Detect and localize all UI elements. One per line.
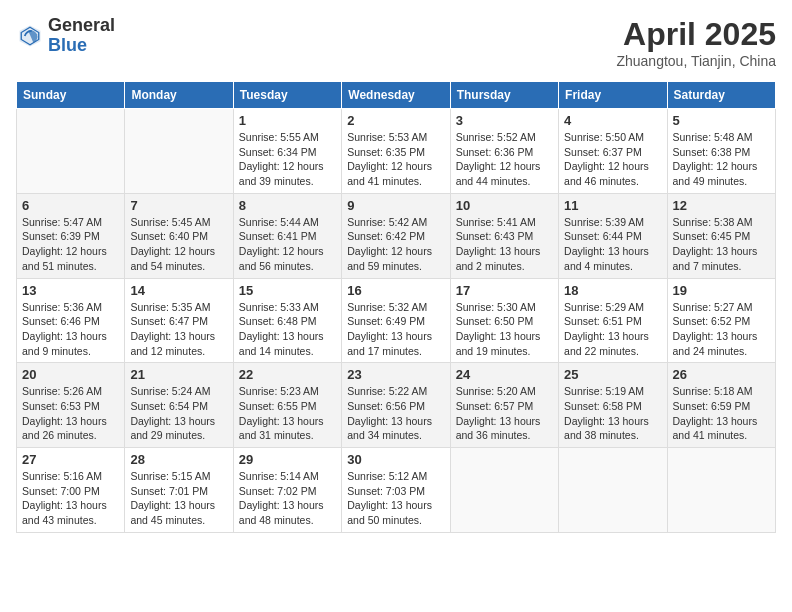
day-number: 24 — [456, 367, 553, 382]
day-info: Sunrise: 5:27 AM Sunset: 6:52 PM Dayligh… — [673, 300, 770, 359]
weekday-header-thursday: Thursday — [450, 82, 558, 109]
calendar-day-cell: 14Sunrise: 5:35 AM Sunset: 6:47 PM Dayli… — [125, 278, 233, 363]
month-title: April 2025 — [616, 16, 776, 53]
calendar-day-cell: 1Sunrise: 5:55 AM Sunset: 6:34 PM Daylig… — [233, 109, 341, 194]
day-info: Sunrise: 5:15 AM Sunset: 7:01 PM Dayligh… — [130, 469, 227, 528]
calendar-day-cell: 15Sunrise: 5:33 AM Sunset: 6:48 PM Dayli… — [233, 278, 341, 363]
day-info: Sunrise: 5:24 AM Sunset: 6:54 PM Dayligh… — [130, 384, 227, 443]
weekday-header-tuesday: Tuesday — [233, 82, 341, 109]
day-info: Sunrise: 5:18 AM Sunset: 6:59 PM Dayligh… — [673, 384, 770, 443]
day-number: 15 — [239, 283, 336, 298]
day-info: Sunrise: 5:16 AM Sunset: 7:00 PM Dayligh… — [22, 469, 119, 528]
day-number: 18 — [564, 283, 661, 298]
calendar-day-cell: 4Sunrise: 5:50 AM Sunset: 6:37 PM Daylig… — [559, 109, 667, 194]
day-number: 14 — [130, 283, 227, 298]
day-info: Sunrise: 5:52 AM Sunset: 6:36 PM Dayligh… — [456, 130, 553, 189]
calendar-week-row: 20Sunrise: 5:26 AM Sunset: 6:53 PM Dayli… — [17, 363, 776, 448]
calendar-day-cell: 16Sunrise: 5:32 AM Sunset: 6:49 PM Dayli… — [342, 278, 450, 363]
day-number: 20 — [22, 367, 119, 382]
calendar-day-cell: 18Sunrise: 5:29 AM Sunset: 6:51 PM Dayli… — [559, 278, 667, 363]
weekday-header-friday: Friday — [559, 82, 667, 109]
day-info: Sunrise: 5:44 AM Sunset: 6:41 PM Dayligh… — [239, 215, 336, 274]
calendar-day-cell: 27Sunrise: 5:16 AM Sunset: 7:00 PM Dayli… — [17, 448, 125, 533]
day-number: 23 — [347, 367, 444, 382]
calendar-day-cell: 11Sunrise: 5:39 AM Sunset: 6:44 PM Dayli… — [559, 193, 667, 278]
day-info: Sunrise: 5:35 AM Sunset: 6:47 PM Dayligh… — [130, 300, 227, 359]
calendar-day-cell: 30Sunrise: 5:12 AM Sunset: 7:03 PM Dayli… — [342, 448, 450, 533]
calendar-day-cell: 9Sunrise: 5:42 AM Sunset: 6:42 PM Daylig… — [342, 193, 450, 278]
calendar-day-cell — [17, 109, 125, 194]
calendar-day-cell: 3Sunrise: 5:52 AM Sunset: 6:36 PM Daylig… — [450, 109, 558, 194]
logo-text: General Blue — [48, 16, 115, 56]
calendar-day-cell: 17Sunrise: 5:30 AM Sunset: 6:50 PM Dayli… — [450, 278, 558, 363]
day-number: 5 — [673, 113, 770, 128]
day-number: 19 — [673, 283, 770, 298]
location: Zhuangtou, Tianjin, China — [616, 53, 776, 69]
calendar-day-cell: 20Sunrise: 5:26 AM Sunset: 6:53 PM Dayli… — [17, 363, 125, 448]
day-number: 8 — [239, 198, 336, 213]
calendar-day-cell: 6Sunrise: 5:47 AM Sunset: 6:39 PM Daylig… — [17, 193, 125, 278]
calendar-day-cell: 24Sunrise: 5:20 AM Sunset: 6:57 PM Dayli… — [450, 363, 558, 448]
logo: General Blue — [16, 16, 115, 56]
day-info: Sunrise: 5:53 AM Sunset: 6:35 PM Dayligh… — [347, 130, 444, 189]
calendar-day-cell: 23Sunrise: 5:22 AM Sunset: 6:56 PM Dayli… — [342, 363, 450, 448]
calendar-day-cell: 12Sunrise: 5:38 AM Sunset: 6:45 PM Dayli… — [667, 193, 775, 278]
day-info: Sunrise: 5:12 AM Sunset: 7:03 PM Dayligh… — [347, 469, 444, 528]
calendar-day-cell: 25Sunrise: 5:19 AM Sunset: 6:58 PM Dayli… — [559, 363, 667, 448]
day-number: 9 — [347, 198, 444, 213]
day-number: 27 — [22, 452, 119, 467]
calendar-week-row: 6Sunrise: 5:47 AM Sunset: 6:39 PM Daylig… — [17, 193, 776, 278]
calendar-week-row: 27Sunrise: 5:16 AM Sunset: 7:00 PM Dayli… — [17, 448, 776, 533]
day-number: 3 — [456, 113, 553, 128]
weekday-header-saturday: Saturday — [667, 82, 775, 109]
calendar-day-cell — [667, 448, 775, 533]
day-number: 25 — [564, 367, 661, 382]
calendar-week-row: 1Sunrise: 5:55 AM Sunset: 6:34 PM Daylig… — [17, 109, 776, 194]
calendar-table: SundayMondayTuesdayWednesdayThursdayFrid… — [16, 81, 776, 533]
day-number: 13 — [22, 283, 119, 298]
weekday-header-sunday: Sunday — [17, 82, 125, 109]
day-number: 12 — [673, 198, 770, 213]
day-number: 1 — [239, 113, 336, 128]
calendar-day-cell — [125, 109, 233, 194]
day-info: Sunrise: 5:42 AM Sunset: 6:42 PM Dayligh… — [347, 215, 444, 274]
weekday-header-row: SundayMondayTuesdayWednesdayThursdayFrid… — [17, 82, 776, 109]
day-info: Sunrise: 5:39 AM Sunset: 6:44 PM Dayligh… — [564, 215, 661, 274]
day-number: 16 — [347, 283, 444, 298]
day-info: Sunrise: 5:30 AM Sunset: 6:50 PM Dayligh… — [456, 300, 553, 359]
day-number: 26 — [673, 367, 770, 382]
calendar-day-cell: 2Sunrise: 5:53 AM Sunset: 6:35 PM Daylig… — [342, 109, 450, 194]
day-info: Sunrise: 5:29 AM Sunset: 6:51 PM Dayligh… — [564, 300, 661, 359]
day-number: 7 — [130, 198, 227, 213]
day-info: Sunrise: 5:47 AM Sunset: 6:39 PM Dayligh… — [22, 215, 119, 274]
calendar-day-cell — [559, 448, 667, 533]
day-info: Sunrise: 5:33 AM Sunset: 6:48 PM Dayligh… — [239, 300, 336, 359]
day-info: Sunrise: 5:50 AM Sunset: 6:37 PM Dayligh… — [564, 130, 661, 189]
day-number: 29 — [239, 452, 336, 467]
calendar-day-cell: 21Sunrise: 5:24 AM Sunset: 6:54 PM Dayli… — [125, 363, 233, 448]
calendar-day-cell: 19Sunrise: 5:27 AM Sunset: 6:52 PM Dayli… — [667, 278, 775, 363]
weekday-header-wednesday: Wednesday — [342, 82, 450, 109]
day-number: 30 — [347, 452, 444, 467]
calendar-day-cell: 29Sunrise: 5:14 AM Sunset: 7:02 PM Dayli… — [233, 448, 341, 533]
logo-icon — [16, 22, 44, 50]
day-info: Sunrise: 5:14 AM Sunset: 7:02 PM Dayligh… — [239, 469, 336, 528]
calendar-day-cell: 8Sunrise: 5:44 AM Sunset: 6:41 PM Daylig… — [233, 193, 341, 278]
weekday-header-monday: Monday — [125, 82, 233, 109]
title-block: April 2025 Zhuangtou, Tianjin, China — [616, 16, 776, 69]
day-number: 4 — [564, 113, 661, 128]
day-number: 6 — [22, 198, 119, 213]
day-number: 28 — [130, 452, 227, 467]
calendar-day-cell: 22Sunrise: 5:23 AM Sunset: 6:55 PM Dayli… — [233, 363, 341, 448]
day-info: Sunrise: 5:41 AM Sunset: 6:43 PM Dayligh… — [456, 215, 553, 274]
day-info: Sunrise: 5:36 AM Sunset: 6:46 PM Dayligh… — [22, 300, 119, 359]
day-number: 2 — [347, 113, 444, 128]
day-number: 21 — [130, 367, 227, 382]
page-header: General Blue April 2025 Zhuangtou, Tianj… — [16, 16, 776, 69]
day-number: 22 — [239, 367, 336, 382]
calendar-day-cell: 5Sunrise: 5:48 AM Sunset: 6:38 PM Daylig… — [667, 109, 775, 194]
calendar-day-cell: 26Sunrise: 5:18 AM Sunset: 6:59 PM Dayli… — [667, 363, 775, 448]
day-number: 17 — [456, 283, 553, 298]
calendar-day-cell: 28Sunrise: 5:15 AM Sunset: 7:01 PM Dayli… — [125, 448, 233, 533]
day-info: Sunrise: 5:23 AM Sunset: 6:55 PM Dayligh… — [239, 384, 336, 443]
